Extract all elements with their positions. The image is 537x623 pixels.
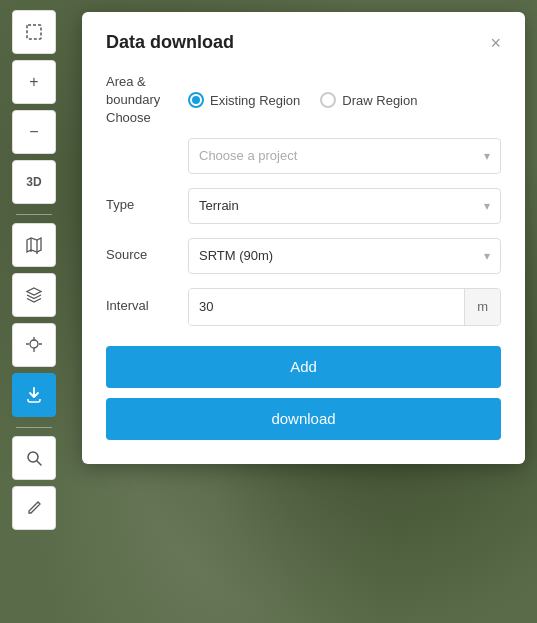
svg-rect-0 <box>27 25 41 39</box>
layers-button[interactable] <box>12 273 56 317</box>
project-chevron-icon: ▾ <box>484 149 490 163</box>
project-select[interactable]: Choose a project ▾ <box>188 138 501 174</box>
interval-input-wrapper: m <box>188 288 501 326</box>
draw-region-label: Draw Region <box>342 93 417 108</box>
data-download-dialog: Data download × Area & boundary Choose E… <box>82 12 525 464</box>
svg-point-3 <box>30 340 38 348</box>
interval-label: Interval <box>106 297 188 315</box>
select-tool-button[interactable] <box>12 10 56 54</box>
source-value: SRTM (90m) <box>199 248 273 263</box>
type-row: Type Terrain ▾ <box>106 188 501 224</box>
sidebar-divider-2 <box>16 427 52 428</box>
3d-button[interactable]: 3D <box>12 160 56 204</box>
add-button[interactable]: Add <box>106 346 501 388</box>
draw-region-option[interactable]: Draw Region <box>320 92 417 108</box>
type-select-wrapper: Terrain ▾ <box>188 188 501 224</box>
close-button[interactable]: × <box>490 34 501 52</box>
sidebar-divider-1 <box>16 214 52 215</box>
zoom-in-button[interactable]: + <box>12 60 56 104</box>
type-select[interactable]: Terrain ▾ <box>188 188 501 224</box>
download-button[interactable] <box>12 373 56 417</box>
area-region-row: Area & boundary Choose Existing Region D… <box>106 73 501 128</box>
type-value: Terrain <box>199 198 239 213</box>
project-row: Choose a project ▾ <box>106 138 501 174</box>
type-label: Type <box>106 196 188 214</box>
source-select[interactable]: SRTM (90m) ▾ <box>188 238 501 274</box>
zoom-out-button[interactable]: − <box>12 110 56 154</box>
existing-region-label: Existing Region <box>210 93 300 108</box>
interval-row: Interval m <box>106 288 501 326</box>
draw-region-radio[interactable] <box>320 92 336 108</box>
map-button[interactable] <box>12 223 56 267</box>
interval-input[interactable] <box>189 289 464 325</box>
action-buttons: Add download <box>106 346 501 440</box>
sidebar: + − 3D <box>0 0 68 623</box>
area-label: Area & boundary Choose <box>106 73 188 128</box>
interval-field: m <box>188 288 501 326</box>
source-select-wrapper: SRTM (90m) ▾ <box>188 238 501 274</box>
source-row: Source SRTM (90m) ▾ <box>106 238 501 274</box>
project-select-wrapper: Choose a project ▾ <box>188 138 501 174</box>
search-button[interactable] <box>12 436 56 480</box>
dialog-title: Data download <box>106 32 234 53</box>
project-placeholder: Choose a project <box>199 148 297 163</box>
dialog-header: Data download × <box>106 32 501 53</box>
radio-group: Existing Region Draw Region <box>188 92 501 108</box>
edit-button[interactable] <box>12 486 56 530</box>
existing-region-radio[interactable] <box>188 92 204 108</box>
svg-line-5 <box>37 461 41 465</box>
download-action-button[interactable]: download <box>106 398 501 440</box>
existing-region-option[interactable]: Existing Region <box>188 92 300 108</box>
source-label: Source <box>106 246 188 264</box>
type-chevron-icon: ▾ <box>484 199 490 213</box>
location-button[interactable] <box>12 323 56 367</box>
interval-unit: m <box>464 289 500 325</box>
source-chevron-icon: ▾ <box>484 249 490 263</box>
region-options: Existing Region Draw Region <box>188 92 501 108</box>
